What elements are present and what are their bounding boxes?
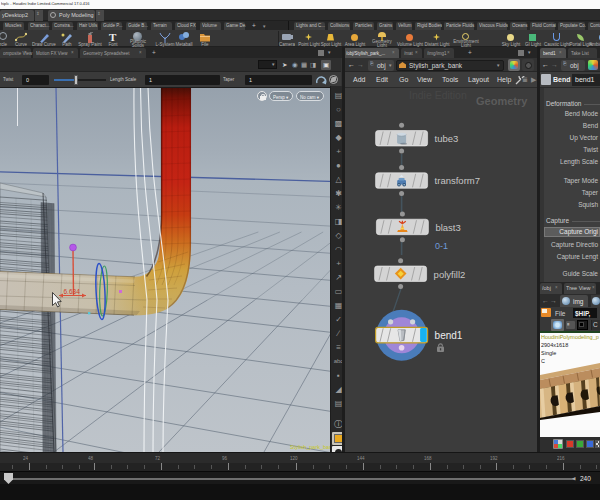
svg-text:Stylish_park_bank: Stylish_park_bank [290,444,335,450]
svg-text:tube3: tube3 [435,133,459,144]
svg-text:6.634: 6.634 [64,288,81,295]
svg-text:Geometry: Geometry [476,95,528,107]
svg-text:polyfill2: polyfill2 [434,269,466,280]
svg-text:transform7: transform7 [435,175,480,186]
svg-text:blast3: blast3 [435,222,460,233]
svg-text:bend1: bend1 [435,330,463,341]
svg-text:Indie Edition: Indie Edition [409,89,467,101]
svg-text:0-1: 0-1 [435,241,448,251]
